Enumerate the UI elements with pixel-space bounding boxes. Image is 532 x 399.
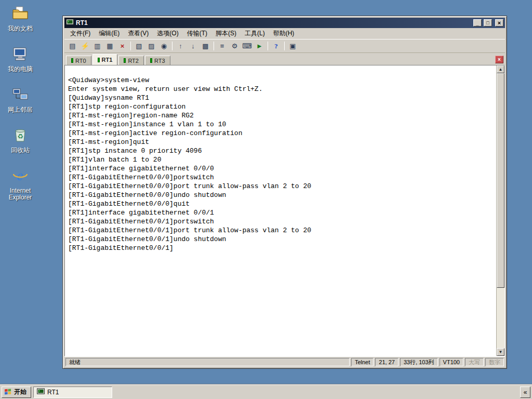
tab-label: RT1	[102, 57, 113, 63]
terminal-text: <Quidway>system-view Enter system view, …	[68, 67, 496, 252]
terminal-area: <Quidway>system-view Enter system view, …	[64, 65, 505, 356]
toolbar-separator	[130, 42, 131, 50]
menu-script[interactable]: 脚本(S)	[212, 28, 240, 39]
tab-connected-indicator	[98, 58, 100, 62]
windows-logo-icon	[4, 388, 12, 396]
window-system-icon[interactable]	[66, 18, 74, 28]
desktop-icon-label: 网上邻居	[8, 107, 33, 113]
status-cursor-position: 21, 27	[375, 358, 398, 366]
maximize-button[interactable]: □	[484, 19, 492, 26]
scroll-up-icon[interactable]: ▲	[497, 65, 504, 73]
menu-options[interactable]: 选项(O)	[153, 28, 182, 39]
clone-session-icon[interactable]: ▥	[91, 41, 103, 51]
svg-text:♻: ♻	[17, 132, 23, 140]
start-button[interactable]: 开始	[2, 387, 31, 398]
paste-icon[interactable]: ▨	[145, 41, 157, 51]
properties-icon[interactable]: ≡	[216, 41, 228, 51]
connect-icon[interactable]: ▦	[104, 41, 116, 51]
terminal-window: RT1 _ □ × 文件(F) 编辑(E) 查看(V) 选项(O) 传输(T) …	[62, 16, 507, 369]
tab-rt3[interactable]: RT3	[145, 56, 170, 65]
tab-label: RT2	[128, 58, 139, 64]
menu-help[interactable]: 帮助(H)	[270, 28, 298, 39]
tab-label: RT3	[154, 58, 165, 64]
tray-chevron-icon[interactable]: «	[520, 387, 530, 398]
desktop[interactable]: 我的文档 我的电脑	[0, 0, 532, 399]
desktop-icon-label: 我的文档	[8, 25, 33, 32]
tab-rt0[interactable]: RT0	[66, 56, 91, 65]
desktop-icon-label: Internet Explorer	[1, 188, 39, 201]
network-places-icon	[12, 86, 29, 105]
disconnect-icon[interactable]: ×	[116, 41, 128, 51]
status-emulation: VT100	[440, 358, 463, 366]
close-button[interactable]: ×	[495, 19, 503, 26]
scrollbar-thumb[interactable]	[497, 73, 504, 288]
taskbar: 开始 RT1 «	[0, 384, 532, 399]
upload-icon[interactable]: ↑	[175, 41, 187, 51]
task-label: RT1	[47, 389, 59, 396]
minimize-button[interactable]: _	[473, 19, 482, 26]
desktop-icon-network-places[interactable]: 网上邻居	[1, 86, 39, 113]
tab-label: RT0	[75, 58, 86, 64]
window-title: RT1	[76, 19, 471, 26]
my-documents-icon	[12, 5, 29, 24]
status-bar: 就绪 Telnet 21, 27 33行, 103列 VT100 大写 数字	[64, 356, 505, 367]
download-icon[interactable]: ↓	[187, 41, 199, 51]
tab-connected-indicator	[150, 58, 152, 63]
status-protocol: Telnet	[351, 358, 374, 366]
status-caps-lock: 大写	[465, 358, 484, 366]
keymap-icon[interactable]: ⌨	[241, 41, 253, 51]
tab-rt1[interactable]: RT1	[92, 54, 118, 65]
titlebar[interactable]: RT1 _ □ ×	[64, 18, 505, 28]
desktop-icon-label: 回收站	[11, 147, 30, 154]
recycle-bin-icon: ♻	[12, 127, 29, 145]
toolbar-separator	[284, 42, 285, 50]
session-tab-bar: RT0 RT1 RT2 RT3 ×	[64, 53, 505, 65]
toolbar-separator	[172, 42, 172, 50]
status-ready: 就绪	[65, 358, 350, 366]
internet-explorer-icon: e	[12, 167, 29, 186]
tab-connected-indicator	[71, 58, 73, 63]
svg-text:e: e	[17, 168, 23, 183]
desktop-icon-internet-explorer[interactable]: e Internet Explorer	[1, 167, 39, 201]
vertical-scrollbar[interactable]: ▲ ▼	[496, 65, 504, 356]
run-script-icon[interactable]: ►	[254, 41, 265, 51]
taskbar-task-rt1[interactable]: RT1	[33, 387, 112, 398]
tab-close-button[interactable]: ×	[495, 56, 503, 63]
start-label: 开始	[14, 388, 26, 396]
task-window-icon	[37, 388, 45, 396]
toolbar-separator	[214, 42, 214, 50]
desktop-icon-my-documents[interactable]: 我的文档	[1, 5, 39, 32]
toolbar: ▤ ⚡ ▥ ▦ × ▧ ▨ ◉ ↑ ↓ ▩ ≡ ⚙ ⌨ ► ? ▣	[64, 39, 505, 53]
session-options-icon[interactable]: ⚙	[229, 41, 241, 51]
quick-connect-icon[interactable]: ⚡	[79, 41, 91, 51]
desktop-icon-label: 我的电脑	[8, 66, 33, 73]
toolbar-separator	[268, 42, 268, 50]
tab-connected-indicator	[124, 58, 126, 63]
menu-edit[interactable]: 编辑(E)	[95, 28, 123, 39]
menu-file[interactable]: 文件(F)	[66, 28, 94, 39]
status-num-lock: 数字	[485, 358, 504, 366]
tile-windows-icon[interactable]: ▣	[287, 41, 299, 51]
find-icon[interactable]: ◉	[158, 41, 170, 51]
desktop-icon-recycle-bin[interactable]: ♻ 回收站	[1, 127, 39, 154]
desktop-icon-list: 我的文档 我的电脑	[1, 5, 39, 201]
status-terminal-size: 33行, 103列	[400, 358, 438, 366]
print-icon[interactable]: ▩	[200, 41, 211, 51]
help-icon[interactable]: ?	[270, 41, 282, 51]
copy-icon[interactable]: ▧	[133, 41, 145, 51]
scrollbar-track[interactable]	[497, 73, 504, 348]
menu-transfer[interactable]: 传输(T)	[183, 28, 211, 39]
desktop-icon-my-computer[interactable]: 我的电脑	[1, 46, 39, 73]
menu-bar: 文件(F) 编辑(E) 查看(V) 选项(O) 传输(T) 脚本(S) 工具(L…	[64, 28, 505, 39]
session-manager-icon[interactable]: ▤	[66, 41, 78, 51]
tab-rt2[interactable]: RT2	[118, 56, 144, 65]
menu-tools[interactable]: 工具(L)	[241, 28, 269, 39]
scroll-down-icon[interactable]: ▼	[497, 348, 504, 356]
terminal-screen[interactable]: <Quidway>system-view Enter system view, …	[65, 65, 496, 356]
menu-view[interactable]: 查看(V)	[124, 28, 152, 39]
my-computer-icon	[12, 46, 29, 64]
